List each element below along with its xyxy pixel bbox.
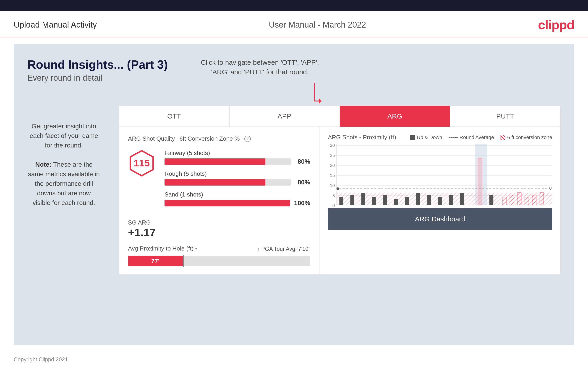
bar-bg-sand [164, 200, 290, 206]
proximity-section: Avg Proximity to Hole (ft) ? ↑ PGA Tour … [128, 245, 310, 266]
upload-manual-link[interactable]: Upload Manual Activity [14, 20, 97, 30]
main-content: Round Insights... (Part 3) Every round i… [14, 44, 574, 345]
insight-text: Get greater insight into each facet of y… [27, 122, 100, 208]
sg-value: +1.17 [128, 226, 310, 239]
proximity-label: Avg Proximity to Hole (ft) ? [128, 245, 200, 253]
help-icon[interactable]: ? [244, 136, 251, 142]
svg-text:10: 10 [330, 183, 335, 188]
sg-label: SG ARG [128, 219, 310, 226]
svg-rect-34 [502, 197, 506, 205]
svg-rect-19 [339, 197, 343, 205]
svg-text:20: 20 [330, 163, 335, 168]
nav-hint-line1: Click to navigate between 'OTT', 'APP', [201, 58, 319, 67]
svg-rect-39 [540, 193, 544, 205]
tab-ott[interactable]: OTT [119, 106, 229, 127]
legend-roundavg-label: Round Average [459, 134, 494, 141]
svg-rect-23 [383, 195, 387, 205]
svg-rect-31 [478, 158, 482, 205]
svg-rect-26 [416, 193, 420, 205]
svg-rect-20 [350, 195, 354, 205]
tab-putt[interactable]: PUTT [450, 106, 560, 127]
svg-rect-21 [361, 193, 365, 205]
svg-rect-37 [525, 197, 529, 205]
svg-rect-29 [449, 195, 453, 205]
legend-updown: Up & Down [410, 134, 442, 141]
legend-updown-label: Up & Down [417, 134, 442, 141]
chart-svg: 0 5 10 15 20 25 30 [328, 144, 552, 208]
legend-hatched-icon [500, 135, 505, 140]
svg-rect-27 [427, 195, 431, 205]
hex-number: 115 [134, 158, 150, 169]
svg-rect-38 [532, 195, 536, 205]
proximity-bar: 77' [128, 256, 310, 266]
bar-row-fairway: Fairway (5 shots) 80% [164, 150, 310, 165]
svg-point-40 [336, 187, 339, 190]
bar-pct-sand: 100% [294, 200, 310, 207]
document-title: User Manual - March 2022 [269, 20, 366, 30]
bar-bg-rough [164, 179, 291, 185]
svg-text:8: 8 [549, 186, 552, 191]
sg-section: SG ARG +1.17 [128, 219, 310, 239]
footer: Copyright Clippd 2021 [0, 352, 588, 367]
legend-dashed-icon [449, 137, 458, 138]
proximity-fill: 77' [128, 256, 183, 266]
shot-quality-label: ARG Shot Quality [128, 135, 175, 142]
svg-text:5: 5 [332, 193, 335, 198]
bar-row-rough: Rough (5 shots) 80% [164, 170, 310, 186]
svg-rect-33 [489, 195, 493, 205]
svg-text:0: 0 [332, 203, 335, 208]
proximity-help-icon[interactable]: ? [195, 248, 200, 253]
svg-rect-22 [372, 197, 376, 205]
svg-rect-30 [460, 193, 464, 205]
tab-bar: OTT APP ARG PUTT [119, 106, 560, 127]
svg-marker-0 [319, 98, 322, 104]
clippd-logo: clippd [538, 17, 574, 32]
chart-legend: Up & Down Round Average 6 ft conversion … [410, 134, 552, 141]
shot-quality-bars: Fairway (5 shots) 80% Rough (5 shots) [164, 150, 310, 212]
chart-title: ARG Shots - Proximity (ft) [328, 134, 396, 141]
insight-text-1: Get greater insight into each facet of y… [30, 123, 98, 149]
tab-app[interactable]: APP [229, 106, 340, 127]
legend-conversion-label: 6 ft conversion zone [507, 134, 552, 141]
arg-dashboard-button[interactable]: ARG Dashboard [328, 208, 552, 230]
nav-hint-line2: 'ARG' and 'PUTT' for that round. [201, 67, 319, 77]
nav-hint: Click to navigate between 'OTT', 'APP', … [201, 58, 319, 77]
header: Upload Manual Activity User Manual - Mar… [0, 11, 588, 37]
bar-pct-rough: 80% [294, 179, 310, 186]
bar-fill-sand [164, 200, 290, 206]
bar-label-sand: Sand (1 shots) [164, 191, 310, 198]
svg-rect-28 [438, 197, 442, 205]
legend-conversion: 6 ft conversion zone [500, 134, 552, 141]
bar-fill-fairway [164, 158, 265, 165]
proximity-cursor [183, 255, 184, 267]
top-bar [0, 0, 588, 11]
card-body: ARG Shot Quality 6ft Conversion Zone % ?… [119, 127, 560, 275]
bar-pct-fairway: 80% [294, 158, 310, 165]
copyright: Copyright Clippd 2021 [14, 356, 68, 362]
bar-track-rough: 80% [164, 179, 310, 186]
svg-rect-35 [510, 195, 514, 205]
svg-text:25: 25 [330, 153, 335, 158]
proximity-value: 77' [151, 258, 159, 265]
bar-track-fairway: 80% [164, 158, 310, 165]
chart-area: 0 5 10 15 20 25 30 [328, 144, 552, 208]
hexagon-badge: 115 [128, 150, 156, 177]
bar-bg-fairway [164, 158, 291, 165]
left-panel: ARG Shot Quality 6ft Conversion Zone % ?… [119, 127, 320, 275]
svg-text:15: 15 [330, 173, 335, 178]
panel-header: ARG Shot Quality 6ft Conversion Zone % ? [128, 135, 310, 142]
svg-rect-24 [394, 199, 398, 205]
bar-fill-rough [164, 179, 265, 185]
hex-badge-container: 115 Fairway (5 shots) 80% [128, 150, 310, 212]
legend-roundavg: Round Average [449, 134, 494, 141]
svg-rect-25 [405, 197, 409, 205]
svg-text:30: 30 [330, 144, 335, 148]
legend-updown-icon [410, 135, 415, 140]
chart-header: ARG Shots - Proximity (ft) Up & Down Rou… [328, 134, 552, 141]
bar-label-fairway: Fairway (5 shots) [164, 150, 310, 157]
bar-row-sand: Sand (1 shots) 100% [164, 191, 310, 207]
tab-arg[interactable]: ARG [340, 106, 450, 127]
conversion-label: 6ft Conversion Zone % [179, 135, 240, 142]
right-panel: ARG Shots - Proximity (ft) Up & Down Rou… [320, 127, 560, 275]
pga-avg: ↑ PGA Tour Avg: 7'10" [257, 246, 310, 252]
